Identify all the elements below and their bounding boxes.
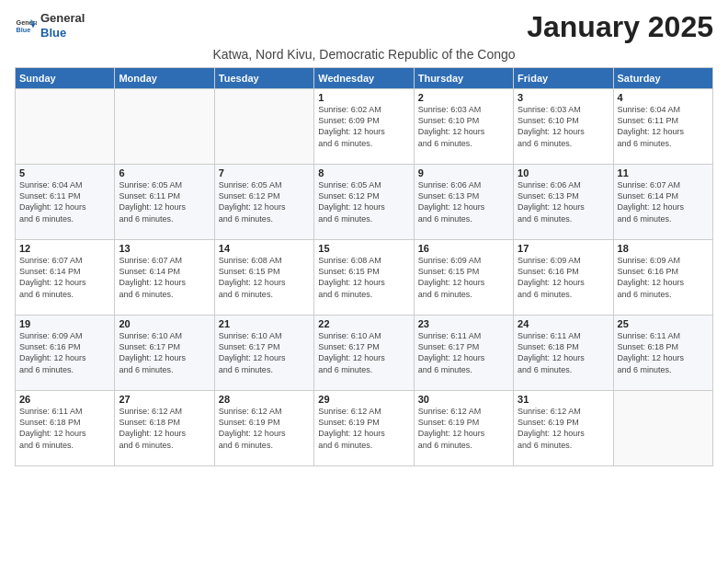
day-number: 28 — [219, 394, 310, 405]
day-number: 24 — [518, 318, 609, 329]
calendar-cell: 23Sunrise: 6:11 AM Sunset: 6:17 PM Dayli… — [414, 316, 513, 391]
day-info: Sunrise: 6:04 AM Sunset: 6:11 PM Dayligh… — [618, 104, 709, 149]
weekday-header-monday: Monday — [115, 68, 214, 89]
calendar-week-2: 5Sunrise: 6:04 AM Sunset: 6:11 PM Daylig… — [16, 165, 713, 240]
weekday-header-friday: Friday — [514, 68, 613, 89]
calendar-cell: 29Sunrise: 6:12 AM Sunset: 6:19 PM Dayli… — [314, 391, 414, 466]
day-number: 13 — [119, 243, 210, 254]
calendar-cell: 25Sunrise: 6:11 AM Sunset: 6:18 PM Dayli… — [613, 316, 712, 391]
calendar-cell: 24Sunrise: 6:11 AM Sunset: 6:18 PM Dayli… — [514, 316, 613, 391]
day-info: Sunrise: 6:07 AM Sunset: 6:14 PM Dayligh… — [119, 255, 210, 300]
day-info: Sunrise: 6:02 AM Sunset: 6:09 PM Dayligh… — [318, 104, 409, 149]
weekday-header-thursday: Thursday — [414, 68, 513, 89]
day-number: 14 — [219, 243, 310, 254]
day-info: Sunrise: 6:11 AM Sunset: 6:18 PM Dayligh… — [618, 330, 709, 375]
day-info: Sunrise: 6:09 AM Sunset: 6:15 PM Dayligh… — [418, 255, 509, 300]
calendar-cell: 21Sunrise: 6:10 AM Sunset: 6:17 PM Dayli… — [214, 316, 313, 391]
calendar-cell: 22Sunrise: 6:10 AM Sunset: 6:17 PM Dayli… — [314, 316, 414, 391]
day-info: Sunrise: 6:07 AM Sunset: 6:14 PM Dayligh… — [19, 255, 110, 300]
day-info: Sunrise: 6:10 AM Sunset: 6:17 PM Dayligh… — [119, 330, 210, 375]
day-info: Sunrise: 6:11 AM Sunset: 6:18 PM Dayligh… — [518, 330, 609, 375]
calendar-table: SundayMondayTuesdayWednesdayThursdayFrid… — [15, 67, 713, 466]
calendar-cell: 15Sunrise: 6:08 AM Sunset: 6:15 PM Dayli… — [314, 240, 414, 316]
calendar-cell — [613, 391, 712, 466]
day-info: Sunrise: 6:11 AM Sunset: 6:18 PM Dayligh… — [19, 406, 110, 451]
month-title: January 2025 — [527, 11, 713, 43]
day-number: 19 — [19, 318, 110, 329]
calendar-cell: 17Sunrise: 6:09 AM Sunset: 6:16 PM Dayli… — [514, 240, 613, 316]
calendar-week-4: 19Sunrise: 6:09 AM Sunset: 6:16 PM Dayli… — [16, 316, 713, 391]
calendar-cell: 14Sunrise: 6:08 AM Sunset: 6:15 PM Dayli… — [214, 240, 313, 316]
location-title: Katwa, Nord Kivu, Democratic Republic of… — [15, 47, 713, 62]
main-container: General Blue General Blue January 2025 K… — [0, 0, 728, 474]
day-number: 16 — [418, 243, 509, 254]
day-number: 12 — [19, 243, 110, 254]
day-number: 9 — [418, 167, 509, 178]
day-info: Sunrise: 6:12 AM Sunset: 6:19 PM Dayligh… — [219, 406, 310, 451]
day-info: Sunrise: 6:05 AM Sunset: 6:11 PM Dayligh… — [119, 179, 210, 224]
calendar-cell: 3Sunrise: 6:03 AM Sunset: 6:10 PM Daylig… — [514, 89, 613, 165]
calendar-cell: 19Sunrise: 6:09 AM Sunset: 6:16 PM Dayli… — [16, 316, 115, 391]
day-number: 26 — [19, 394, 110, 405]
day-info: Sunrise: 6:05 AM Sunset: 6:12 PM Dayligh… — [318, 179, 409, 224]
title-block: January 2025 — [527, 11, 713, 43]
day-info: Sunrise: 6:10 AM Sunset: 6:17 PM Dayligh… — [219, 330, 310, 375]
day-number: 8 — [318, 167, 409, 178]
calendar-cell: 31Sunrise: 6:12 AM Sunset: 6:19 PM Dayli… — [514, 391, 613, 466]
day-info: Sunrise: 6:09 AM Sunset: 6:16 PM Dayligh… — [518, 255, 609, 300]
calendar-cell — [214, 89, 313, 165]
calendar-cell: 28Sunrise: 6:12 AM Sunset: 6:19 PM Dayli… — [214, 391, 313, 466]
day-number: 2 — [418, 92, 509, 103]
day-number: 23 — [418, 318, 509, 329]
day-info: Sunrise: 6:05 AM Sunset: 6:12 PM Dayligh… — [219, 179, 310, 224]
day-info: Sunrise: 6:12 AM Sunset: 6:18 PM Dayligh… — [119, 406, 210, 451]
day-info: Sunrise: 6:10 AM Sunset: 6:17 PM Dayligh… — [318, 330, 409, 375]
calendar-cell: 8Sunrise: 6:05 AM Sunset: 6:12 PM Daylig… — [314, 165, 414, 240]
calendar-cell — [16, 89, 115, 165]
day-info: Sunrise: 6:09 AM Sunset: 6:16 PM Dayligh… — [618, 255, 709, 300]
calendar-cell: 5Sunrise: 6:04 AM Sunset: 6:11 PM Daylig… — [16, 165, 115, 240]
logo-icon: General Blue — [15, 15, 37, 37]
calendar-cell: 6Sunrise: 6:05 AM Sunset: 6:11 PM Daylig… — [115, 165, 214, 240]
calendar-cell: 30Sunrise: 6:12 AM Sunset: 6:19 PM Dayli… — [414, 391, 513, 466]
day-number: 5 — [19, 167, 110, 178]
day-info: Sunrise: 6:06 AM Sunset: 6:13 PM Dayligh… — [518, 179, 609, 224]
day-info: Sunrise: 6:12 AM Sunset: 6:19 PM Dayligh… — [318, 406, 409, 451]
calendar-week-1: 1Sunrise: 6:02 AM Sunset: 6:09 PM Daylig… — [16, 89, 713, 165]
day-number: 25 — [618, 318, 709, 329]
day-number: 3 — [518, 92, 609, 103]
calendar-cell: 13Sunrise: 6:07 AM Sunset: 6:14 PM Dayli… — [115, 240, 214, 316]
day-number: 22 — [318, 318, 409, 329]
day-info: Sunrise: 6:04 AM Sunset: 6:11 PM Dayligh… — [19, 179, 110, 224]
day-info: Sunrise: 6:07 AM Sunset: 6:14 PM Dayligh… — [618, 179, 709, 224]
calendar-cell: 4Sunrise: 6:04 AM Sunset: 6:11 PM Daylig… — [613, 89, 712, 165]
calendar-cell: 9Sunrise: 6:06 AM Sunset: 6:13 PM Daylig… — [414, 165, 513, 240]
day-info: Sunrise: 6:06 AM Sunset: 6:13 PM Dayligh… — [418, 179, 509, 224]
day-number: 6 — [119, 167, 210, 178]
day-info: Sunrise: 6:11 AM Sunset: 6:17 PM Dayligh… — [418, 330, 509, 375]
calendar-cell: 7Sunrise: 6:05 AM Sunset: 6:12 PM Daylig… — [214, 165, 313, 240]
calendar-cell: 10Sunrise: 6:06 AM Sunset: 6:13 PM Dayli… — [514, 165, 613, 240]
day-number: 11 — [618, 167, 709, 178]
day-number: 29 — [318, 394, 409, 405]
logo-blue: Blue — [40, 26, 85, 40]
calendar-cell: 18Sunrise: 6:09 AM Sunset: 6:16 PM Dayli… — [613, 240, 712, 316]
day-number: 27 — [119, 394, 210, 405]
calendar-week-3: 12Sunrise: 6:07 AM Sunset: 6:14 PM Dayli… — [16, 240, 713, 316]
calendar-cell: 11Sunrise: 6:07 AM Sunset: 6:14 PM Dayli… — [613, 165, 712, 240]
calendar-cell: 26Sunrise: 6:11 AM Sunset: 6:18 PM Dayli… — [16, 391, 115, 466]
day-info: Sunrise: 6:03 AM Sunset: 6:10 PM Dayligh… — [418, 104, 509, 149]
day-info: Sunrise: 6:08 AM Sunset: 6:15 PM Dayligh… — [318, 255, 409, 300]
day-info: Sunrise: 6:08 AM Sunset: 6:15 PM Dayligh… — [219, 255, 310, 300]
day-number: 18 — [618, 243, 709, 254]
day-number: 15 — [318, 243, 409, 254]
calendar-cell: 27Sunrise: 6:12 AM Sunset: 6:18 PM Dayli… — [115, 391, 214, 466]
day-number: 21 — [219, 318, 310, 329]
calendar-week-5: 26Sunrise: 6:11 AM Sunset: 6:18 PM Dayli… — [16, 391, 713, 466]
day-number: 4 — [618, 92, 709, 103]
svg-text:Blue: Blue — [17, 26, 31, 34]
calendar-cell: 12Sunrise: 6:07 AM Sunset: 6:14 PM Dayli… — [16, 240, 115, 316]
day-info: Sunrise: 6:12 AM Sunset: 6:19 PM Dayligh… — [418, 406, 509, 451]
day-number: 10 — [518, 167, 609, 178]
calendar-header-row: SundayMondayTuesdayWednesdayThursdayFrid… — [16, 68, 713, 89]
